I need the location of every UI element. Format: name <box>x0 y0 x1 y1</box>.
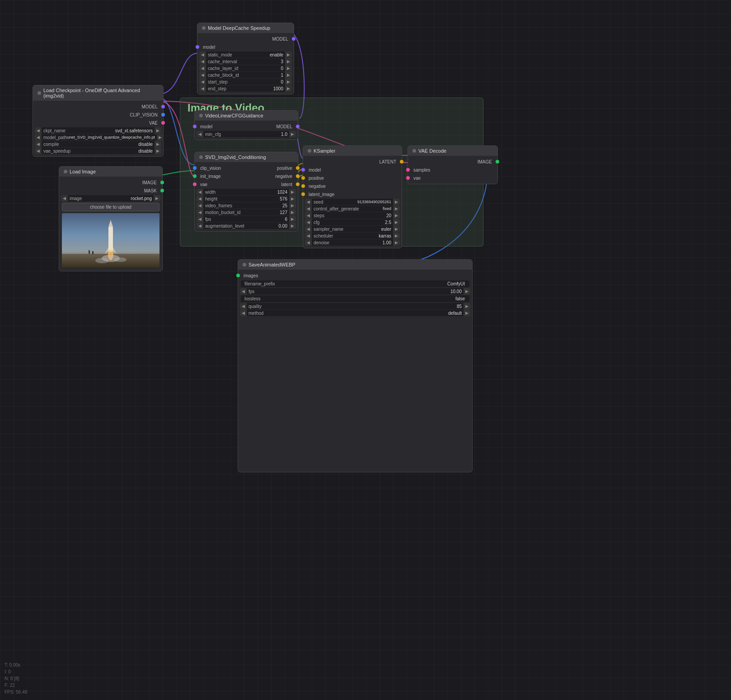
field-vae-speedup[interactable]: ◀ vae_speedup disable ▶ <box>35 148 161 154</box>
port-dot-init-in[interactable] <box>193 174 197 178</box>
field-arrow-right[interactable]: ▶ <box>285 58 292 65</box>
field-arrow-right[interactable]: ▶ <box>393 212 400 219</box>
port-dot-model-in[interactable] <box>196 45 199 49</box>
port-dot-model-in[interactable] <box>193 125 197 128</box>
field-arrow-right[interactable]: ▶ <box>289 189 296 195</box>
field-arrow-right[interactable]: ▶ <box>285 51 292 58</box>
field-end-step[interactable]: ◀ end_step 1000 ▶ <box>199 85 292 92</box>
field-arrow-left[interactable]: ◀ <box>197 223 203 229</box>
field-arrow-right[interactable]: ▶ <box>289 131 296 137</box>
field-arrow-right[interactable]: ▶ <box>393 233 400 239</box>
field-height[interactable]: ◀ height 576 ▶ <box>197 196 296 202</box>
field-arrow-left[interactable]: ◀ <box>35 148 42 154</box>
field-static-mode[interactable]: ◀ static_mode enable ▶ <box>199 51 292 58</box>
field-arrow-left[interactable]: ◀ <box>199 72 206 78</box>
field-arrow-right[interactable]: ▶ <box>289 223 296 229</box>
port-dot-clip[interactable] <box>161 113 165 117</box>
field-model-path[interactable]: ◀ model_path unet_SVD_img2vid_quantize_d… <box>35 134 161 140</box>
field-arrow-left[interactable]: ◀ <box>35 127 42 134</box>
field-ckpt-name[interactable]: ◀ ckpt_name svd_xt.safetensors ▶ <box>35 127 161 134</box>
field-arrow-right[interactable]: ▶ <box>289 209 296 215</box>
field-arrow-left[interactable]: ◀ <box>305 233 312 239</box>
field-arrow-right[interactable]: ▶ <box>464 288 470 294</box>
field-cache-layer[interactable]: ◀ cache_layer_id 0 ▶ <box>199 65 292 71</box>
field-arrow-left[interactable]: ◀ <box>240 303 247 309</box>
field-arrow-left[interactable]: ◀ <box>305 239 312 246</box>
port-dot-pos-in[interactable] <box>301 176 305 180</box>
field-arrow-right[interactable]: ▶ <box>157 134 164 140</box>
port-dot-clip-in[interactable] <box>193 166 197 170</box>
field-arrow-left[interactable]: ◀ <box>197 209 203 215</box>
port-dot-vae[interactable] <box>161 121 165 125</box>
field-control-after[interactable]: ◀ control_after_generate fixed ▶ <box>305 205 400 212</box>
field-scheduler[interactable]: ◀ scheduler karras ▶ <box>305 233 400 239</box>
field-start-step[interactable]: ◀ start_step 0 ▶ <box>199 79 292 85</box>
field-arrow-right[interactable]: ▶ <box>285 79 292 85</box>
field-compile[interactable]: ◀ compile disable ▶ <box>35 141 161 147</box>
field-arrow-left[interactable]: ◀ <box>240 310 247 316</box>
field-arrow-right[interactable]: ▶ <box>155 127 161 134</box>
field-arrow-right[interactable]: ▶ <box>155 148 161 154</box>
field-cache-block[interactable]: ◀ cache_block_id 1 ▶ <box>199 72 292 78</box>
port-dot-image-out[interactable] <box>496 160 499 163</box>
field-arrow-left[interactable]: ◀ <box>197 189 203 195</box>
field-sampler-name[interactable]: ◀ sampler_name euler ▶ <box>305 226 400 232</box>
field-arrow-left[interactable]: ◀ <box>305 219 312 225</box>
field-video-frames[interactable]: ◀ video_frames 25 ▶ <box>197 202 296 209</box>
field-arrow-right[interactable]: ▶ <box>393 219 400 225</box>
port-dot-lat-in[interactable] <box>301 192 305 196</box>
field-arrow-right[interactable]: ▶ <box>155 141 161 147</box>
field-motion-bucket[interactable]: ◀ motion_bucket_id 127 ▶ <box>197 209 296 215</box>
port-dot-latent-out[interactable] <box>400 160 403 163</box>
field-arrow-left[interactable]: ◀ <box>61 195 68 201</box>
field-fps[interactable]: ◀ fps 6 ▶ <box>197 216 296 222</box>
field-arrow-left[interactable]: ◀ <box>35 141 42 147</box>
port-dot-model-in[interactable] <box>301 168 305 172</box>
field-arrow-right[interactable]: ▶ <box>393 199 400 205</box>
field-width[interactable]: ◀ width 1024 ▶ <box>197 189 296 195</box>
field-arrow-left[interactable]: ◀ <box>197 216 203 222</box>
field-arrow-left[interactable]: ◀ <box>305 212 312 219</box>
field-arrow-right[interactable]: ▶ <box>393 239 400 246</box>
port-dot-model-out[interactable] <box>296 125 300 128</box>
field-arrow-left[interactable]: ◀ <box>197 131 203 137</box>
field-image[interactable]: ◀ image rocket.png ▶ <box>61 195 160 201</box>
port-dot-negative[interactable] <box>296 174 300 178</box>
field-denoise[interactable]: ◀ denoise 1.00 ▶ <box>305 239 400 246</box>
field-augmentation[interactable]: ◀ augmentation_level 0.00 ▶ <box>197 223 296 229</box>
field-min-cfg[interactable]: ◀ min_cfg 1.0 ▶ <box>197 131 296 137</box>
field-arrow-right[interactable]: ▶ <box>289 196 296 202</box>
field-arrow-left[interactable]: ◀ <box>197 196 203 202</box>
field-arrow-left[interactable]: ◀ <box>199 58 206 65</box>
field-arrow-right[interactable]: ▶ <box>285 65 292 71</box>
field-arrow-right[interactable]: ▶ <box>289 202 296 209</box>
field-arrow-right[interactable]: ▶ <box>289 216 296 222</box>
port-dot-samples-in[interactable] <box>406 168 410 172</box>
field-arrow-left[interactable]: ◀ <box>305 226 312 232</box>
field-arrow-right[interactable]: ▶ <box>285 85 292 92</box>
port-dot-model[interactable] <box>161 105 165 108</box>
port-dot-latent[interactable] <box>296 182 300 186</box>
port-dot-images-in[interactable] <box>236 274 240 277</box>
field-cache-interval[interactable]: ◀ cache_interval 3 ▶ <box>199 58 292 65</box>
port-dot-vae-in[interactable] <box>406 176 410 180</box>
field-arrow-left[interactable]: ◀ <box>240 288 247 294</box>
field-arrow-left[interactable]: ◀ <box>199 65 206 71</box>
field-arrow-right[interactable]: ▶ <box>464 303 470 309</box>
port-dot-vae-in[interactable] <box>193 182 197 186</box>
field-method[interactable]: ◀ method default ▶ <box>240 310 470 316</box>
field-arrow-right[interactable]: ▶ <box>285 72 292 78</box>
field-arrow-right[interactable]: ▶ <box>393 226 400 232</box>
field-arrow-left[interactable]: ◀ <box>199 79 206 85</box>
field-arrow-left[interactable]: ◀ <box>305 199 312 205</box>
field-steps[interactable]: ◀ steps 20 ▶ <box>305 212 400 219</box>
port-dot-mask[interactable] <box>160 189 164 192</box>
field-cfg[interactable]: ◀ cfg 2.5 ▶ <box>305 219 400 225</box>
field-arrow-left[interactable]: ◀ <box>199 51 206 58</box>
field-seed[interactable]: ◀ seed 913369490265261 ▶ <box>305 199 400 205</box>
field-arrow-right[interactable]: ▶ <box>154 195 160 201</box>
field-arrow-left[interactable]: ◀ <box>305 205 312 212</box>
field-fps-webp[interactable]: ◀ fps 10.00 ▶ <box>240 288 470 294</box>
port-dot-neg-in[interactable] <box>301 184 305 188</box>
field-arrow-left[interactable]: ◀ <box>197 202 203 209</box>
